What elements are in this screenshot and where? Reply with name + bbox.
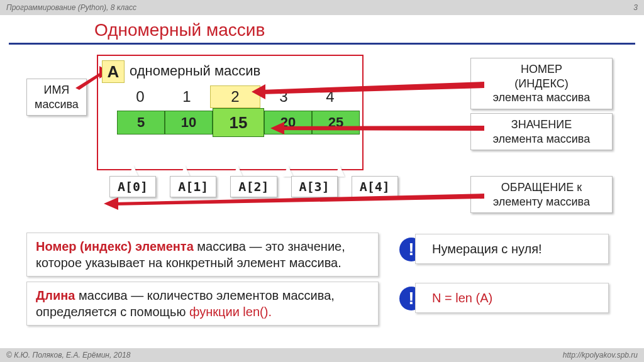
index-0: 0	[117, 88, 164, 108]
copyright: © К.Ю. Поляков, Е.А. Ерёмин, 2018	[6, 351, 130, 359]
index-4: 4	[307, 88, 353, 108]
note-zero: Нумерация с нуля!	[415, 234, 609, 264]
cell-2: 15	[213, 108, 264, 137]
access-row: A[0]A[1]A[2]A[3]A[4]	[109, 176, 398, 197]
access-1: A[1]	[170, 176, 216, 197]
cell-4: 25	[312, 111, 360, 134]
label-index: НОМЕР (ИНДЕКС) элемента массива	[470, 58, 613, 109]
access-4: A[4]	[352, 176, 398, 197]
cell-0: 5	[117, 111, 165, 134]
cell-3: 20	[264, 111, 312, 134]
site-url: http://kpolyakov.spb.ru	[563, 351, 638, 359]
course-header: Программирование (Python), 8 класс	[6, 3, 136, 12]
page-title: Одномерный массив	[0, 15, 644, 43]
index-3: 3	[260, 88, 307, 108]
access-3: A[3]	[291, 176, 338, 197]
label-ref: ОБРАЩЕНИЕ к элементу массива	[470, 176, 613, 213]
def-index: Номер (индекс) элемента массива — это зн…	[26, 233, 379, 277]
note-len: N = len (A)	[415, 283, 609, 313]
index-row: 01234	[117, 88, 353, 108]
index-2: 2	[210, 85, 260, 108]
index-1: 1	[164, 88, 210, 108]
access-0: A[0]	[109, 176, 156, 197]
array-name: A	[102, 60, 125, 83]
label-value: ЗНАЧЕНИЕ элемента массива	[470, 113, 613, 150]
title-underline	[9, 43, 635, 47]
svg-marker-7	[104, 197, 118, 210]
page-number: 3	[633, 3, 638, 12]
value-row: 510152025	[117, 111, 360, 137]
array-subtitle: одномерный массив	[130, 63, 260, 79]
cell-1: 10	[165, 111, 213, 134]
label-name: ИМЯ массива	[26, 79, 87, 116]
access-2: A[2]	[230, 176, 277, 197]
def-length: Длина массива — количество элементов мас…	[26, 282, 379, 326]
